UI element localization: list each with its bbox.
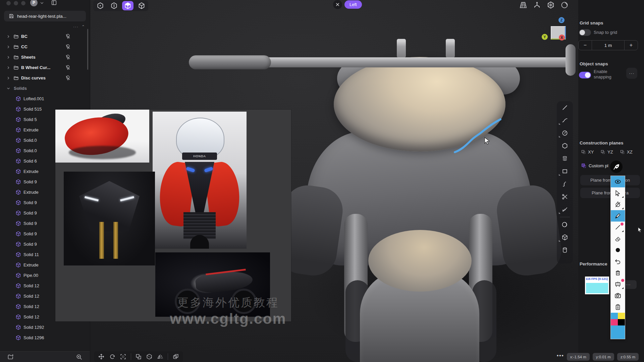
grid-size-decrease-button[interactable]: − (579, 41, 592, 50)
isometric-icon[interactable] (547, 1, 555, 9)
grid-size-increase-button[interactable]: + (625, 41, 638, 50)
plane-from-camera-button[interactable]: Plane from camera (580, 188, 640, 198)
plane-yz-button[interactable]: YZ (600, 149, 613, 155)
plasticity-app-window: P head-rear-light-test.pla... ··· ⌃ BC (0, 0, 644, 362)
palette-eraser-button[interactable] (611, 233, 625, 244)
hidden-bulb-icon[interactable] (65, 65, 71, 70)
palette-pen-button[interactable] (611, 210, 625, 222)
tree-row[interactable]: BC (0, 31, 90, 42)
gizmo-x-axis[interactable]: X (559, 35, 565, 41)
circle-tool[interactable] (557, 127, 573, 139)
object-snaps-more-button[interactable]: ··· (626, 68, 637, 79)
chevron-down-icon[interactable] (40, 1, 44, 5)
solid-cube-icon (15, 314, 21, 320)
tree-row[interactable]: Solids (0, 83, 90, 94)
grid-display-icon[interactable] (519, 1, 527, 9)
trim-scissors-tool[interactable] (557, 190, 573, 203)
palette-clipboard-button[interactable] (611, 301, 625, 313)
palette-cursor-button[interactable] (611, 187, 625, 199)
enable-snapping-label: Enable snapping (594, 69, 611, 80)
outliner-more-button[interactable]: ··· (73, 24, 78, 29)
snap-to-grid-toggle[interactable] (579, 29, 591, 36)
grid-snaps-title: Grid snaps (580, 20, 603, 25)
solid-cube-icon (15, 221, 21, 226)
model-headlight-dome (334, 57, 505, 152)
annotation-pen-main-button[interactable] (610, 161, 623, 173)
enable-snapping-toggle[interactable] (579, 72, 591, 78)
plane-xz-button[interactable]: XZ (620, 149, 633, 155)
chevron-icon[interactable] (6, 66, 10, 70)
reference-image-collage[interactable]: HONDA (55, 110, 291, 321)
hidden-bulb-icon[interactable] (65, 44, 71, 50)
tree-item-label: Solid 9 (23, 179, 37, 184)
outliner-collapse-button[interactable]: ⌃ (82, 24, 85, 29)
chevron-icon[interactable] (6, 76, 10, 80)
palette-undo-button[interactable] (611, 256, 625, 267)
traffic-light-zoom[interactable] (21, 1, 25, 5)
palette-whiteboard-button[interactable] (611, 279, 625, 290)
solid-cube-icon (15, 137, 21, 143)
cylinder-tool[interactable] (557, 244, 573, 256)
spiral-tool[interactable] (557, 152, 573, 165)
solid-cube-icon (15, 117, 21, 122)
rectangle-tool[interactable] (557, 165, 573, 178)
pen-nib-icon (612, 163, 621, 171)
sidebar-toggle-icon[interactable] (51, 0, 57, 6)
render-mode-icon[interactable] (560, 1, 569, 9)
hidden-bulb-icon[interactable] (65, 34, 71, 39)
sphere-tool[interactable] (557, 218, 573, 231)
palette-current-color[interactable] (611, 325, 625, 339)
axes-display-icon[interactable] (533, 1, 541, 9)
mode-edge-button[interactable] (108, 1, 120, 10)
tree-item-label: Extrude (23, 169, 39, 174)
snap-to-grid-label: Snap to grid (594, 30, 617, 35)
palette-dot-size-button[interactable] (611, 244, 625, 256)
palette-line-button[interactable] (611, 222, 625, 233)
orientation-gizmo[interactable]: Z Y X (539, 15, 570, 44)
mode-body-button[interactable] (136, 1, 147, 10)
mode-vertex-button[interactable] (95, 1, 106, 10)
palette-timer-off-button[interactable] (611, 199, 625, 210)
curve-tool[interactable] (557, 114, 573, 127)
line-tool[interactable] (557, 101, 573, 114)
avatar[interactable]: P (30, 0, 38, 6)
swatch-blue[interactable] (611, 313, 618, 319)
swatch-pink[interactable] (611, 319, 618, 325)
hidden-bulb-icon[interactable] (65, 75, 71, 81)
gizmo-y-axis[interactable]: Y (542, 34, 548, 40)
palette-show-hide-button[interactable] (611, 176, 625, 187)
chevron-icon[interactable] (6, 86, 10, 90)
trim-curve-tool[interactable] (557, 203, 573, 216)
polygon-tool[interactable] (557, 139, 573, 152)
tree-row[interactable]: CC (0, 42, 90, 52)
tree-row[interactable]: Solid 1296 (0, 333, 90, 343)
tree-item-label: CC (21, 44, 28, 49)
swatch-black[interactable] (618, 319, 625, 325)
gizmo-z-axis[interactable]: Z (558, 17, 565, 23)
traffic-light-close[interactable] (6, 1, 11, 5)
palette-clear-trash-button[interactable] (611, 267, 625, 279)
hidden-bulb-icon[interactable] (65, 54, 71, 60)
box-tool[interactable] (557, 231, 573, 244)
chevron-icon[interactable] (6, 55, 10, 59)
grid-size-value[interactable]: 1 m (592, 41, 625, 50)
mode-solid-button[interactable] (122, 1, 133, 10)
view-badge[interactable]: Left (344, 0, 362, 9)
plane-xy-button[interactable]: XY (581, 149, 594, 155)
file-name-card[interactable]: head-rear-light-test.pla... (4, 11, 86, 21)
tree-row[interactable]: Lofted.001 (0, 94, 90, 104)
chevron-icon[interactable] (6, 35, 10, 39)
swatch-yellow[interactable] (618, 313, 625, 319)
tree-item-label: Solid.0 (23, 148, 37, 153)
custom-plane-item[interactable]: Custom pl (581, 163, 608, 169)
plane-from-selection-button[interactable]: Plane from selection (580, 175, 640, 185)
close-command-button[interactable] (333, 0, 342, 9)
tree-row[interactable]: B Wheel Cur... (0, 62, 90, 73)
chevron-icon[interactable] (6, 45, 10, 49)
spline-tool[interactable] (557, 178, 573, 190)
traffic-light-minimize[interactable] (14, 1, 18, 5)
palette-screenshot-button[interactable] (611, 290, 625, 301)
tree-row[interactable]: Disc curves (0, 73, 90, 83)
tree-row[interactable]: Sheets (0, 52, 90, 62)
tree-row[interactable]: Solid 1292 (0, 322, 90, 333)
